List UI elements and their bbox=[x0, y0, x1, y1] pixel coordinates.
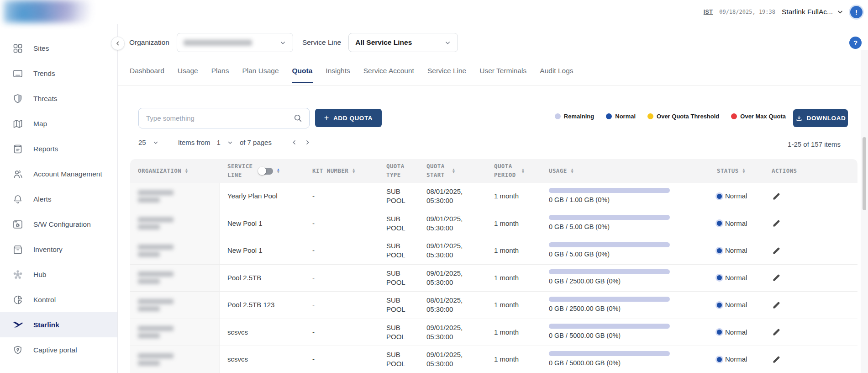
cell-organization-redacted bbox=[130, 292, 220, 319]
search-input[interactable] bbox=[145, 114, 293, 123]
timezone-label[interactable]: IST bbox=[704, 9, 713, 15]
pages-total-label: of 7 pages bbox=[240, 139, 272, 146]
column-header-quota-period: QUOTA PERIOD▲▼ bbox=[486, 162, 541, 180]
usage-text: 0 GB / 5000.00 GB (0%) bbox=[549, 359, 691, 368]
sort-arrows-icon[interactable]: ▲▼ bbox=[352, 168, 355, 174]
sort-desc-icon[interactable]: ▼ bbox=[185, 171, 188, 174]
cell-actions bbox=[764, 246, 857, 256]
cell-kit-number: - bbox=[305, 192, 379, 201]
next-page-button[interactable] bbox=[304, 139, 311, 146]
service-line-view-toggle[interactable] bbox=[259, 168, 273, 175]
sort-desc-icon[interactable]: ▼ bbox=[522, 171, 524, 174]
edit-pencil-icon[interactable] bbox=[772, 355, 782, 364]
sidebar-item-map[interactable]: Map bbox=[0, 111, 117, 136]
alert-badge-icon[interactable]: ! bbox=[850, 6, 863, 18]
sort-desc-icon[interactable]: ▼ bbox=[743, 171, 745, 174]
sidebar-item-starlink[interactable]: Starlink bbox=[0, 312, 117, 337]
add-quota-button[interactable]: + ADD QUOTA bbox=[315, 109, 382, 127]
usage-progress-bar bbox=[549, 242, 670, 247]
scrollbar-thumb[interactable] bbox=[863, 137, 866, 210]
cell-quota-type: SUB POOL bbox=[379, 187, 419, 206]
tab-service-account[interactable]: Service Account bbox=[363, 64, 415, 83]
cell-kit-number: - bbox=[305, 355, 379, 364]
cell-status: Normal bbox=[709, 192, 764, 201]
sidebar-item-threats[interactable]: Threats bbox=[0, 86, 117, 111]
sidebar-item-s-w-configuration[interactable]: S/W Configuration bbox=[0, 212, 117, 237]
legend-dot-icon bbox=[555, 113, 561, 119]
sidebar-item-sites[interactable]: Sites bbox=[0, 36, 117, 61]
scrollbar-track[interactable] bbox=[861, 50, 868, 373]
sort-desc-icon[interactable]: ▼ bbox=[571, 171, 573, 174]
sidebar-item-hub[interactable]: Hub bbox=[0, 262, 117, 287]
sort-arrows-icon[interactable]: ▲▼ bbox=[571, 168, 573, 174]
edit-pencil-icon[interactable] bbox=[772, 246, 782, 256]
tab-service-line[interactable]: Service Line bbox=[427, 64, 467, 83]
tab-quota[interactable]: Quota bbox=[292, 64, 313, 83]
column-header-quota-start: QUOTA START▲▼ bbox=[419, 162, 486, 180]
edit-pencil-icon[interactable] bbox=[772, 327, 782, 337]
sidebar-item-captive-portal[interactable]: Captive portal bbox=[0, 337, 117, 362]
status-badge: Normal bbox=[717, 219, 764, 228]
search-icon[interactable] bbox=[293, 113, 303, 123]
prev-page-button[interactable] bbox=[291, 139, 298, 146]
status-dot-icon bbox=[717, 194, 722, 199]
pagination: 25 Items from 1 of 7 pages bbox=[138, 139, 311, 146]
status-dot-icon bbox=[717, 303, 722, 308]
tab-plan-usage[interactable]: Plan Usage bbox=[242, 64, 279, 83]
download-button[interactable]: DOWNLOAD bbox=[793, 109, 848, 127]
column-header-status: STATUS▲▼ bbox=[709, 167, 764, 176]
tab-usage[interactable]: Usage bbox=[177, 64, 199, 83]
column-header-actions: ACTIONS bbox=[764, 167, 857, 176]
sort-arrows-icon[interactable]: ▲▼ bbox=[277, 168, 279, 174]
sort-arrows-icon[interactable]: ▲▼ bbox=[743, 168, 745, 174]
items-from-label: Items from bbox=[178, 139, 210, 146]
sort-arrows-icon[interactable]: ▲▼ bbox=[185, 168, 188, 174]
column-label: STATUS bbox=[717, 167, 739, 176]
sidebar-item-alerts[interactable]: Alerts bbox=[0, 186, 117, 212]
collapse-sidebar-button[interactable] bbox=[111, 37, 125, 50]
organization-select[interactable] bbox=[177, 33, 293, 52]
usage-text: 0 GB / 2500.00 GB (0%) bbox=[549, 304, 691, 314]
edit-pencil-icon[interactable] bbox=[772, 300, 782, 310]
cell-status: Normal bbox=[709, 300, 764, 309]
edit-pencil-icon[interactable] bbox=[772, 218, 782, 228]
cell-service-line: scsvcs bbox=[220, 355, 305, 364]
edit-pencil-icon[interactable] bbox=[772, 273, 782, 282]
account-switcher[interactable]: Starlink FullAc... bbox=[782, 8, 844, 16]
page-size-select[interactable] bbox=[153, 139, 159, 146]
tab-user-terminals[interactable]: User Terminals bbox=[479, 64, 527, 83]
sidebar-item-inventory[interactable]: Inventory bbox=[0, 237, 117, 262]
sidebar-item-kontrol[interactable]: Kontrol bbox=[0, 287, 117, 312]
plus-icon: + bbox=[324, 114, 329, 122]
sort-arrows-icon[interactable]: ▲▼ bbox=[522, 168, 524, 174]
sidebar-item-account-management[interactable]: Account Management bbox=[0, 161, 117, 186]
bell-icon bbox=[12, 194, 23, 205]
service-line-select[interactable]: All Service Lines bbox=[348, 33, 458, 52]
help-icon[interactable]: ? bbox=[849, 37, 862, 49]
column-header-usage: USAGE▲▼ bbox=[541, 167, 709, 176]
cell-organization-redacted bbox=[130, 210, 220, 237]
tab-dashboard[interactable]: Dashboard bbox=[129, 64, 165, 83]
edit-pencil-icon[interactable] bbox=[772, 192, 782, 201]
page-number-select[interactable] bbox=[227, 139, 233, 146]
chevron-down-icon bbox=[279, 39, 286, 46]
redacted-text bbox=[138, 197, 160, 202]
tab-insights[interactable]: Insights bbox=[325, 64, 350, 83]
tab-plans[interactable]: Plans bbox=[211, 64, 230, 83]
context-header: Organization Service Line All Service Li… bbox=[129, 33, 458, 52]
cell-organization-redacted bbox=[130, 319, 220, 346]
cell-kit-number: - bbox=[305, 273, 379, 282]
download-label: DOWNLOAD bbox=[807, 115, 846, 122]
sort-desc-icon[interactable]: ▼ bbox=[352, 171, 355, 174]
sidebar-item-trends[interactable]: Trends bbox=[0, 61, 117, 86]
tab-audit-logs[interactable]: Audit Logs bbox=[539, 64, 573, 83]
sort-desc-icon[interactable]: ▼ bbox=[277, 171, 279, 174]
redacted-text bbox=[138, 361, 160, 366]
cell-actions bbox=[764, 192, 857, 201]
usage-text: 0 GB / 5.00 GB (0%) bbox=[549, 250, 691, 259]
status-label: Normal bbox=[725, 355, 747, 364]
topbar-right: IST 09/18/2025, 19:38 Starlink FullAc...… bbox=[704, 0, 863, 24]
sort-desc-icon[interactable]: ▼ bbox=[452, 171, 455, 174]
sort-arrows-icon[interactable]: ▲▼ bbox=[452, 168, 455, 174]
sidebar-item-reports[interactable]: Reports bbox=[0, 136, 117, 161]
